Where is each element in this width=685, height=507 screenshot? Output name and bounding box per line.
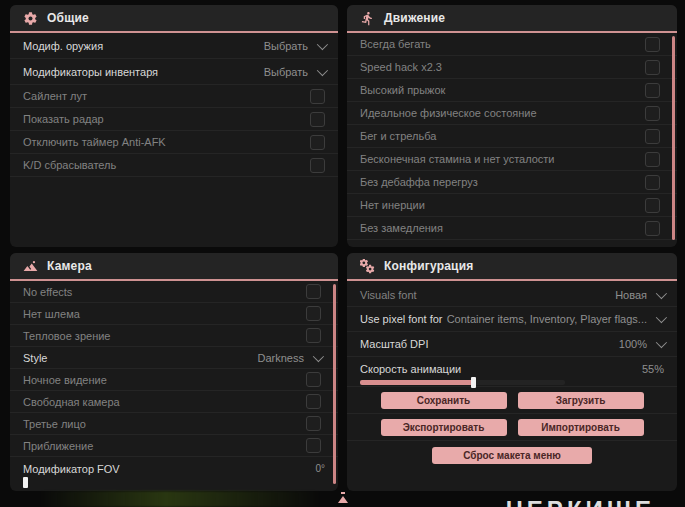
checkbox[interactable] bbox=[310, 135, 325, 150]
setting-label: Без дебаффа перегруз bbox=[360, 176, 478, 188]
setting-row-animation-speed[interactable]: Скорость анимации 55% bbox=[347, 357, 677, 387]
setting-row-pixel-font[interactable]: Use pixel font for Container items, Inve… bbox=[347, 307, 677, 332]
setting-row-no-overload-debuff[interactable]: Без дебаффа перегруз bbox=[347, 171, 677, 194]
setting-label: Приближение bbox=[23, 440, 93, 452]
setting-row-silent-loot[interactable]: Сайлент лут bbox=[10, 85, 338, 108]
setting-row-thermal-vision[interactable]: Тепловое зрение bbox=[10, 325, 338, 347]
scrollbar[interactable] bbox=[672, 36, 675, 240]
load-button[interactable]: Загрузить bbox=[518, 392, 644, 409]
slider-handle[interactable] bbox=[471, 377, 476, 388]
setting-row-no-effects[interactable]: No effects bbox=[10, 281, 338, 303]
dropdown-value: Новая bbox=[615, 289, 647, 301]
setting-row-perfect-condition[interactable]: Идеальное физическое состояние bbox=[347, 102, 677, 125]
dropdown-value: 100% bbox=[619, 338, 647, 350]
checkbox[interactable] bbox=[645, 152, 660, 167]
checkbox[interactable] bbox=[306, 438, 321, 453]
setting-row-show-radar[interactable]: Показать радар bbox=[10, 108, 338, 131]
checkbox[interactable] bbox=[645, 129, 660, 144]
scrollbar[interactable] bbox=[333, 284, 336, 484]
panel-config: Конфигурация Visuals font Новая Use pixe… bbox=[347, 253, 677, 491]
setting-row-visuals-font[interactable]: Visuals font Новая bbox=[347, 283, 677, 307]
checkbox[interactable] bbox=[645, 60, 660, 75]
button-row-export-import: Экспортировать Импортировать bbox=[347, 414, 677, 441]
chevron-down-icon bbox=[656, 337, 667, 348]
setting-row-high-jump[interactable]: Высокий прыжок bbox=[347, 79, 677, 102]
fov-slider[interactable] bbox=[23, 480, 325, 485]
chevron-down-icon bbox=[656, 287, 667, 298]
dropdown-visuals-font[interactable]: Новая bbox=[615, 289, 664, 301]
setting-label: Модификаторы инвентаря bbox=[23, 66, 158, 78]
setting-row-dpi-scale[interactable]: Масштаб DPI 100% bbox=[347, 332, 677, 357]
checkbox[interactable] bbox=[306, 328, 321, 343]
setting-row-fov-modifier[interactable]: Модификатор FOV 0° bbox=[10, 457, 338, 487]
animation-speed-slider[interactable] bbox=[360, 380, 565, 385]
setting-row-always-run[interactable]: Всегда бегать bbox=[347, 33, 677, 56]
setting-row-third-person[interactable]: Третье лицо bbox=[10, 413, 338, 435]
checkbox[interactable] bbox=[310, 112, 325, 127]
dropdown-style[interactable]: Darkness bbox=[258, 352, 321, 364]
checkbox[interactable] bbox=[306, 416, 321, 431]
checkbox[interactable] bbox=[645, 175, 660, 190]
panel-config-body: Visuals font Новая Use pixel font for Co… bbox=[347, 281, 677, 491]
setting-label: Тепловое зрение bbox=[23, 330, 110, 342]
checkbox[interactable] bbox=[645, 83, 660, 98]
setting-row-no-helmet[interactable]: Нет шлема bbox=[10, 303, 338, 325]
gear-icon bbox=[23, 11, 38, 26]
panel-title: Движение bbox=[384, 11, 445, 25]
landscape-icon bbox=[23, 259, 38, 274]
setting-row-kd-reset[interactable]: K/D сбрасыватель bbox=[10, 154, 338, 177]
checkbox[interactable] bbox=[645, 221, 660, 236]
setting-row-free-camera[interactable]: Свободная камера bbox=[10, 391, 338, 413]
fov-value: 0° bbox=[315, 463, 325, 474]
setting-label: Всегда бегать bbox=[360, 38, 431, 50]
dropdown-value: Darkness bbox=[258, 352, 304, 364]
checkbox[interactable] bbox=[306, 394, 321, 409]
panel-camera: Камера No effects Нет шлема Тепловое зре… bbox=[10, 253, 338, 491]
setting-label: K/D сбрасыватель bbox=[23, 159, 116, 171]
chevron-down-icon bbox=[313, 350, 324, 361]
setting-row-night-vision[interactable]: Ночное видение bbox=[10, 369, 338, 391]
setting-row-speed-hack[interactable]: Speed hack x2.3 bbox=[347, 56, 677, 79]
setting-row-style[interactable]: Style Darkness bbox=[10, 347, 338, 369]
checkbox[interactable] bbox=[645, 37, 660, 52]
setting-label: Нет инерции bbox=[360, 199, 425, 211]
button-row-reset: Сброс макета меню bbox=[347, 441, 677, 469]
setting-row-no-slowdown[interactable]: Без замедления bbox=[347, 217, 677, 240]
save-button[interactable]: Сохранить bbox=[381, 392, 507, 409]
checkbox[interactable] bbox=[310, 158, 325, 173]
setting-row-anti-afk[interactable]: Отключить таймер Anti-AFK bbox=[10, 131, 338, 154]
setting-row-infinite-stamina[interactable]: Бесконечная стамина и нет усталости bbox=[347, 148, 677, 171]
setting-row-inventory-mods[interactable]: Модификаторы инвентаря Выбрать bbox=[10, 59, 338, 85]
setting-label: Свободная камера bbox=[23, 396, 120, 408]
panel-movement-body: Всегда бегать Speed hack x2.3 Высокий пр… bbox=[347, 33, 677, 243]
setting-label: Отключить таймер Anti-AFK bbox=[23, 136, 166, 148]
dropdown-value: Выбрать bbox=[264, 66, 308, 78]
dropdown-dpi-scale[interactable]: 100% bbox=[619, 338, 664, 350]
panel-camera-body: No effects Нет шлема Тепловое зрение Sty… bbox=[10, 281, 338, 487]
checkbox[interactable] bbox=[645, 106, 660, 121]
checkbox[interactable] bbox=[645, 198, 660, 213]
import-button[interactable]: Импортировать bbox=[518, 419, 644, 436]
checkbox[interactable] bbox=[310, 89, 325, 104]
dropdown-inventory-mods[interactable]: Выбрать bbox=[264, 66, 325, 78]
panel-title: Конфигурация bbox=[384, 259, 473, 273]
setting-row-no-inertia[interactable]: Нет инерции bbox=[347, 194, 677, 217]
panel-general: Общие Модиф. оружия Выбрать Модификаторы… bbox=[10, 5, 338, 247]
setting-label: Идеальное физическое состояние bbox=[360, 107, 537, 119]
dropdown-pixel-font[interactable]: Container items, Inventory, Player flags… bbox=[447, 313, 664, 325]
dropdown-value: Выбрать bbox=[264, 40, 308, 52]
dropdown-weapon-mod[interactable]: Выбрать bbox=[264, 40, 325, 52]
reset-menu-layout-button[interactable]: Сброс макета меню bbox=[432, 447, 592, 464]
setting-row-zoom[interactable]: Приближение bbox=[10, 435, 338, 457]
setting-label: Без замедления bbox=[360, 222, 443, 234]
setting-row-weapon-mod[interactable]: Модиф. оружия Выбрать bbox=[10, 33, 338, 59]
slider-handle[interactable] bbox=[23, 477, 28, 488]
export-button[interactable]: Экспортировать bbox=[381, 419, 507, 436]
setting-row-run-and-shoot[interactable]: Бег и стрельба bbox=[347, 125, 677, 148]
panel-movement-header: Движение bbox=[347, 5, 677, 33]
checkbox[interactable] bbox=[306, 372, 321, 387]
setting-label: Третье лицо bbox=[23, 418, 86, 430]
checkbox[interactable] bbox=[306, 284, 321, 299]
checkbox[interactable] bbox=[306, 306, 321, 321]
game-background-glow bbox=[40, 491, 320, 507]
